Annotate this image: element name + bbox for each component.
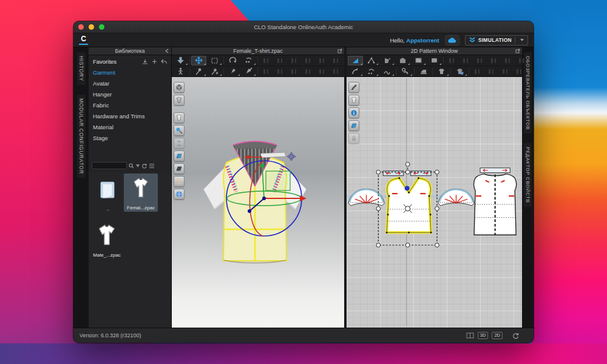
show-avatar-icon-disabled[interactable] bbox=[174, 138, 185, 149]
titlebar[interactable]: CLO Standalone OnlineAuth Academic bbox=[73, 21, 534, 33]
show-pattern-dark-icon[interactable] bbox=[174, 163, 185, 174]
file-tile-male-tshirt[interactable]: Male_...zpac bbox=[90, 221, 124, 258]
popout-icon[interactable] bbox=[337, 49, 342, 53]
search-options-caret[interactable] bbox=[136, 164, 140, 167]
minimize-button[interactable] bbox=[89, 24, 94, 30]
simulation-button[interactable]: SIMULATION bbox=[465, 35, 528, 46]
download-icon[interactable] bbox=[142, 59, 148, 65]
split-view-icon[interactable] bbox=[466, 332, 474, 339]
reset-layout-icon[interactable] bbox=[512, 332, 519, 339]
back-arrow-icon[interactable] bbox=[161, 59, 167, 64]
cloud-icon bbox=[448, 38, 456, 43]
tool-rect-select[interactable] bbox=[207, 56, 222, 66]
file-tile-female-tshirt[interactable]: Femal...zpac bbox=[124, 174, 158, 212]
tool-move-gizmo[interactable] bbox=[191, 56, 206, 66]
zoom-button[interactable] bbox=[99, 24, 104, 30]
tool-disabled bbox=[515, 56, 528, 65]
texture-paint-icon[interactable] bbox=[174, 125, 185, 136]
tab-history[interactable]: HISTORY bbox=[77, 52, 86, 85]
toggle-3d-button[interactable]: 3D bbox=[478, 332, 489, 339]
tool-disabled bbox=[301, 67, 314, 76]
garment-file-icon bbox=[124, 174, 158, 205]
garment-3d-scene bbox=[172, 77, 344, 328]
toolbar-3d-row1 bbox=[172, 55, 344, 66]
list-view-icon[interactable] bbox=[149, 163, 155, 169]
library-item-fabric[interactable]: Fabric bbox=[89, 99, 171, 110]
show-pattern-mesh-icon[interactable] bbox=[174, 150, 185, 161]
simulation-label: SIMULATION bbox=[478, 37, 512, 43]
tab-property-editor[interactable]: РЕДАКТОР СВОЙСТВ bbox=[524, 143, 532, 207]
tool-free-sewing[interactable] bbox=[364, 67, 379, 76]
tool-pin[interactable] bbox=[191, 67, 206, 76]
tool-avatar-walk[interactable] bbox=[173, 67, 188, 76]
refresh-icon[interactable] bbox=[141, 163, 147, 169]
file-tile-up[interactable]: .. bbox=[91, 175, 125, 212]
tool-disabled bbox=[470, 67, 484, 76]
tool-measure-points[interactable] bbox=[241, 56, 256, 66]
library-favorites-row[interactable]: Favorites bbox=[89, 55, 171, 67]
tool-mn-sewing[interactable] bbox=[379, 67, 395, 76]
tool-disabled bbox=[301, 56, 314, 65]
pattern-sleeve-left bbox=[348, 189, 384, 206]
library-panel: Библиотека Favorites Garment Avatar Hang… bbox=[89, 47, 172, 328]
library-item-avatar[interactable]: Avatar bbox=[89, 78, 171, 89]
search-icon[interactable] bbox=[129, 163, 134, 169]
tool-rectangle[interactable] bbox=[411, 56, 426, 66]
username-link[interactable]: Appstorrent bbox=[406, 37, 439, 44]
tool-disabled bbox=[287, 67, 300, 76]
show-3d-garment-icon[interactable] bbox=[174, 82, 185, 93]
viewport-3d[interactable] bbox=[172, 77, 344, 328]
globe-environment-icon[interactable] bbox=[174, 189, 185, 200]
popout-icon[interactable] bbox=[515, 49, 520, 53]
tool-sewing-pin[interactable] bbox=[241, 67, 256, 76]
tool-grid-pattern[interactable] bbox=[427, 56, 442, 66]
status-bar: Version: 6.0.328 (r32100) 3D 2D bbox=[73, 328, 534, 343]
search-input[interactable] bbox=[92, 162, 127, 169]
tool-rotate[interactable] bbox=[225, 56, 240, 66]
tool-polygon[interactable] bbox=[395, 56, 410, 66]
simulation-dropdown-caret[interactable] bbox=[520, 39, 524, 41]
tool-disabled bbox=[498, 67, 512, 76]
pattern-info-icon[interactable] bbox=[348, 107, 359, 118]
pen-tool-icon[interactable] bbox=[348, 82, 359, 93]
viewport-2d[interactable] bbox=[347, 77, 522, 328]
tool-disabled bbox=[487, 56, 500, 65]
tool-disabled bbox=[459, 56, 472, 65]
show-garment-icon[interactable] bbox=[174, 112, 185, 123]
move-handle-icon bbox=[287, 152, 296, 161]
tool-tack-on-avatar[interactable] bbox=[225, 67, 240, 76]
window-title: CLO Standalone OnlineAuth Academic bbox=[73, 24, 534, 30]
show-fabric-icon[interactable] bbox=[348, 120, 359, 131]
view3d-display-toggles bbox=[174, 82, 185, 200]
toggle-2d-button[interactable]: 2D bbox=[492, 332, 503, 339]
show-garment-2d-icon[interactable] bbox=[348, 95, 359, 106]
tool-transform-pattern[interactable] bbox=[348, 56, 363, 66]
toolbar-2d-row2 bbox=[347, 66, 522, 77]
tool-show-3d-pattern[interactable] bbox=[452, 67, 467, 76]
tab-modular-configurator[interactable]: MODULAR CONFIGURATOR bbox=[77, 95, 86, 178]
tool-sync-garment[interactable] bbox=[434, 67, 449, 76]
library-item-hanger[interactable]: Hanger bbox=[89, 89, 171, 99]
tool-pin-remove[interactable] bbox=[207, 67, 222, 76]
tool-flatten-iron[interactable] bbox=[416, 67, 431, 76]
collapse-panel-icon[interactable] bbox=[164, 49, 169, 53]
tool-edit-curve[interactable] bbox=[379, 56, 395, 66]
avatar-head-icon[interactable] bbox=[174, 176, 185, 187]
tool-disabled bbox=[329, 67, 342, 76]
show-2d-pattern-on-3d-icon[interactable] bbox=[174, 95, 185, 106]
add-icon[interactable] bbox=[152, 59, 157, 64]
lock-pattern-icon[interactable] bbox=[348, 133, 359, 144]
wallpaper-right-bands bbox=[532, 0, 607, 364]
close-button[interactable] bbox=[78, 24, 84, 30]
tool-detail-sewing[interactable] bbox=[398, 67, 413, 76]
library-item-material[interactable]: Material bbox=[89, 121, 171, 132]
clo-logo[interactable]: C bbox=[79, 35, 88, 45]
library-item-hardware-trims[interactable]: Hardware and Trims bbox=[89, 110, 171, 121]
library-item-garment[interactable]: Garment bbox=[89, 67, 171, 78]
library-item-stage[interactable]: Stage bbox=[89, 132, 171, 143]
tool-drop-arrow[interactable] bbox=[173, 56, 188, 66]
tool-edit-pattern[interactable] bbox=[364, 56, 379, 66]
cloud-sync-button[interactable] bbox=[445, 35, 459, 46]
pattern-back-bodice bbox=[473, 168, 516, 235]
tool-segment-sewing[interactable] bbox=[348, 67, 363, 76]
